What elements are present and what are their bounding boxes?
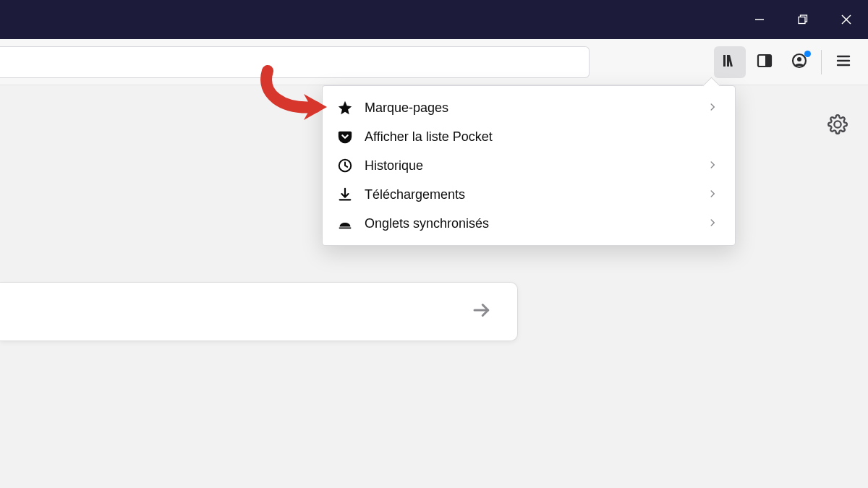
chevron-right-icon <box>707 158 718 174</box>
menu-item-label: Afficher la liste Pocket <box>365 129 718 145</box>
toolbar-right-group <box>714 39 859 85</box>
menu-item-label: Onglets synchronisés <box>365 216 707 231</box>
menu-item-downloads[interactable]: Téléchargements <box>323 180 735 209</box>
newtab-search-box[interactable] <box>0 282 518 341</box>
svg-rect-9 <box>765 56 770 66</box>
window-restore-button[interactable] <box>781 0 825 39</box>
chevron-right-icon <box>707 100 718 116</box>
svg-rect-17 <box>339 228 352 229</box>
star-icon <box>334 100 356 116</box>
account-button[interactable] <box>783 46 815 78</box>
menu-item-label: Historique <box>365 158 707 174</box>
download-icon <box>334 187 356 202</box>
clock-icon <box>334 158 356 174</box>
toolbar-divider <box>821 50 822 74</box>
svg-rect-5 <box>723 55 726 67</box>
chevron-right-icon <box>707 187 718 202</box>
window-close-button[interactable] <box>825 0 868 39</box>
url-bar[interactable] <box>0 46 590 78</box>
hamburger-icon <box>835 53 851 72</box>
tabs-icon <box>334 215 356 231</box>
browser-toolbar <box>0 39 868 85</box>
library-icon <box>721 52 739 72</box>
menu-item-history[interactable]: Historique <box>323 151 735 180</box>
svg-point-11 <box>797 57 801 61</box>
menu-item-bookmarks[interactable]: Marque-pages <box>323 93 735 122</box>
pocket-icon <box>334 129 356 145</box>
window-minimize-button[interactable] <box>738 0 781 39</box>
hamburger-menu-button[interactable] <box>827 46 859 78</box>
page-settings-button[interactable] <box>827 114 848 137</box>
chevron-right-icon <box>707 216 718 231</box>
window-titlebar <box>0 0 868 39</box>
sidebar-icon <box>756 52 773 72</box>
library-menu-panel: Marque-pages Afficher la liste Pocket Hi… <box>322 85 736 246</box>
notification-dot <box>804 51 811 57</box>
library-button[interactable] <box>714 46 746 78</box>
menu-item-synced-tabs[interactable]: Onglets synchronisés <box>323 209 735 238</box>
menu-item-pocket[interactable]: Afficher la liste Pocket <box>323 122 735 151</box>
menu-item-label: Téléchargements <box>365 187 707 202</box>
arrow-right-icon <box>471 299 493 324</box>
gear-icon <box>827 124 848 137</box>
menu-item-label: Marque-pages <box>365 100 707 116</box>
svg-rect-2 <box>799 17 805 24</box>
sidebar-button[interactable] <box>749 46 780 78</box>
